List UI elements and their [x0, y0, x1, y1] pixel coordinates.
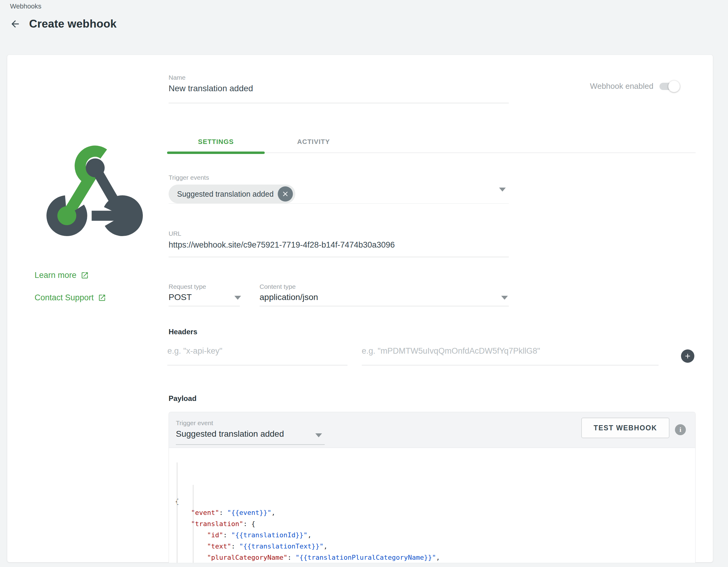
chevron-down-icon[interactable] — [499, 188, 506, 192]
request-type-label: Request type — [169, 283, 206, 290]
headers-title: Headers — [169, 327, 197, 336]
page-title: Create webhook — [29, 18, 117, 30]
tab-activity-label: ACTIVITY — [297, 138, 330, 146]
trigger-events-label: Trigger events — [169, 174, 209, 181]
trigger-event-chip[interactable]: Suggested translation added — [169, 185, 295, 203]
learn-more-link[interactable]: Learn more — [35, 271, 89, 280]
webhook-logo — [36, 131, 154, 248]
plus-icon — [684, 352, 692, 360]
arrow-back-icon — [10, 18, 21, 29]
header-value-input[interactable] — [362, 346, 659, 356]
header-key-input[interactable] — [167, 346, 347, 356]
close-icon — [281, 190, 289, 198]
create-webhook-card: Learn more Contact Support Name Webhook … — [7, 55, 713, 562]
url-input[interactable] — [169, 240, 509, 250]
underline — [167, 365, 347, 365]
underline — [169, 306, 240, 306]
url-label: URL — [169, 230, 181, 237]
info-icon[interactable]: i — [675, 424, 686, 435]
underline — [169, 203, 509, 204]
title-row: Create webhook — [9, 18, 117, 30]
underline — [169, 103, 509, 103]
chevron-down-icon[interactable] — [501, 296, 508, 300]
active-tab-indicator — [167, 152, 265, 154]
indent-guide — [193, 485, 193, 563]
code-line: "text": "{{translationText}}", — [175, 541, 695, 552]
tab-bar: SETTINGS ACTIVITY — [167, 131, 696, 153]
back-button[interactable] — [9, 18, 21, 30]
external-link-icon — [81, 271, 89, 280]
indent-guide — [177, 462, 177, 563]
underline — [362, 365, 659, 365]
chevron-down-icon[interactable] — [234, 296, 241, 300]
payload-code-editor[interactable]: { "event": "{{event}}", "translation": {… — [169, 448, 695, 563]
name-label: Name — [169, 74, 186, 81]
webhook-enabled-row: Webhook enabled — [590, 82, 679, 91]
contact-support-link[interactable]: Contact Support — [35, 293, 106, 302]
underline — [176, 444, 325, 445]
tab-settings[interactable]: SETTINGS — [167, 131, 265, 153]
add-header-button[interactable] — [681, 349, 694, 363]
code-line: { — [175, 496, 695, 507]
name-input[interactable] — [169, 84, 509, 93]
content-type-label: Content type — [260, 283, 296, 290]
payload-title: Payload — [169, 394, 196, 403]
test-webhook-button[interactable]: TEST WEBHOOK — [581, 418, 669, 438]
code-line: "translation": { — [175, 518, 695, 529]
contact-support-label: Contact Support — [35, 293, 94, 302]
tab-activity[interactable]: ACTIVITY — [265, 131, 362, 153]
content-type-select[interactable]: application/json — [260, 292, 318, 302]
payload-panel-header: Trigger event Suggested translation adde… — [169, 412, 695, 448]
webhook-enabled-toggle[interactable] — [659, 83, 679, 90]
chevron-down-icon[interactable] — [315, 433, 322, 437]
learn-more-label: Learn more — [35, 271, 76, 280]
code-line: "event": "{{event}}", — [175, 507, 695, 518]
tab-settings-label: SETTINGS — [198, 138, 234, 146]
toggle-thumb — [668, 81, 680, 92]
payload-panel: Trigger event Suggested translation adde… — [169, 412, 696, 563]
chip-label: Suggested translation added — [177, 190, 273, 199]
code-line: "id": "{{translationId}}", — [175, 529, 695, 541]
trigger-event-select[interactable]: Suggested translation added — [176, 429, 284, 439]
trigger-event-label: Trigger event — [176, 419, 213, 427]
underline — [169, 257, 509, 257]
underline — [260, 306, 509, 306]
breadcrumb[interactable]: Webhooks — [10, 2, 42, 10]
chip-remove-button[interactable] — [278, 186, 293, 202]
request-type-select[interactable]: POST — [169, 292, 192, 302]
code-line: "pluralCategoryName": "{{translationPlur… — [175, 552, 695, 563]
external-link-icon — [98, 293, 106, 302]
webhook-enabled-label: Webhook enabled — [590, 82, 653, 91]
